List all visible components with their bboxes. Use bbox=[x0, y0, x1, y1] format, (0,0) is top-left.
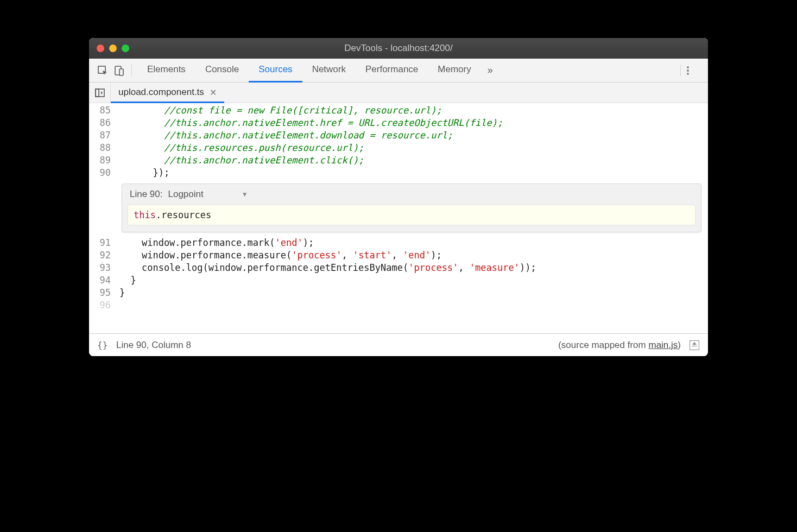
logpoint-expression-input[interactable]: this.resources bbox=[128, 205, 695, 225]
close-file-icon[interactable]: ✕ bbox=[210, 87, 217, 98]
tab-performance[interactable]: Performance bbox=[356, 59, 428, 83]
titlebar: DevTools - localhost:4200/ bbox=[89, 38, 708, 59]
breakpoint-editor: Line 90: Logpoint ▼ this.resources bbox=[122, 183, 701, 232]
source-map-info: (source mapped from main.js) bbox=[558, 340, 681, 351]
statusbar: {} Line 90, Column 8 (source mapped from… bbox=[89, 333, 708, 356]
file-tab[interactable]: upload.component.ts ✕ bbox=[111, 83, 224, 103]
toolbar-separator bbox=[131, 65, 132, 77]
tab-sources[interactable]: Sources bbox=[249, 59, 302, 83]
tab-network[interactable]: Network bbox=[302, 59, 356, 83]
zoom-window-button[interactable] bbox=[122, 45, 129, 52]
breakpoint-type-value: Logpoint bbox=[168, 189, 204, 200]
tabs-overflow-button[interactable]: » bbox=[481, 65, 499, 76]
file-tabbar: upload.component.ts ✕ bbox=[89, 83, 708, 103]
device-toolbar-icon[interactable] bbox=[112, 64, 126, 78]
svg-point-3 bbox=[687, 66, 689, 68]
code-area[interactable]: //const file = new File([critical], reso… bbox=[115, 103, 708, 180]
minimize-window-button[interactable] bbox=[109, 45, 117, 52]
breakpoint-type-select[interactable]: Logpoint ▼ bbox=[168, 189, 248, 200]
svg-text:{}: {} bbox=[97, 341, 107, 350]
gutter[interactable]: 858687888990 bbox=[89, 103, 115, 180]
panel-tabs: Elements Console Sources Network Perform… bbox=[137, 59, 675, 83]
show-navigator-icon[interactable] bbox=[89, 83, 111, 103]
source-map-link[interactable]: main.js bbox=[648, 340, 678, 350]
svg-point-4 bbox=[687, 69, 689, 72]
tab-console[interactable]: Console bbox=[195, 59, 249, 83]
svg-rect-6 bbox=[96, 89, 104, 97]
close-window-button[interactable] bbox=[97, 45, 104, 52]
code-editor[interactable]: 858687888990 //const file = new File([cr… bbox=[89, 103, 708, 180]
devtools-window: DevTools - localhost:4200/ Elements Cons… bbox=[89, 38, 708, 356]
cursor-position: Line 90, Column 8 bbox=[116, 340, 191, 351]
window-title: DevTools - localhost:4200/ bbox=[89, 43, 708, 54]
chevron-down-icon: ▼ bbox=[242, 191, 248, 198]
tab-elements[interactable]: Elements bbox=[137, 59, 195, 83]
code-area[interactable]: window.performance.mark('end'); window.p… bbox=[115, 236, 708, 333]
file-tab-label: upload.component.ts bbox=[118, 87, 204, 98]
breakpoint-editor-header: Line 90: Logpoint ▼ bbox=[122, 184, 701, 205]
settings-kebab-icon[interactable] bbox=[686, 65, 701, 76]
gutter[interactable]: 919293949596 bbox=[89, 236, 115, 333]
svg-rect-7 bbox=[96, 89, 99, 97]
inspect-element-icon[interactable] bbox=[96, 64, 110, 78]
svg-point-5 bbox=[687, 73, 689, 75]
code-editor-continued[interactable]: 919293949596 window.performance.mark('en… bbox=[89, 236, 708, 333]
toolbar-separator bbox=[680, 65, 681, 77]
show-drawer-icon[interactable] bbox=[688, 339, 700, 351]
tab-memory[interactable]: Memory bbox=[428, 59, 480, 83]
svg-rect-2 bbox=[119, 69, 123, 75]
pretty-print-icon[interactable]: {} bbox=[97, 339, 109, 351]
breakpoint-line-label: Line 90: bbox=[130, 189, 163, 200]
main-toolbar: Elements Console Sources Network Perform… bbox=[89, 59, 708, 83]
window-controls bbox=[89, 45, 129, 52]
